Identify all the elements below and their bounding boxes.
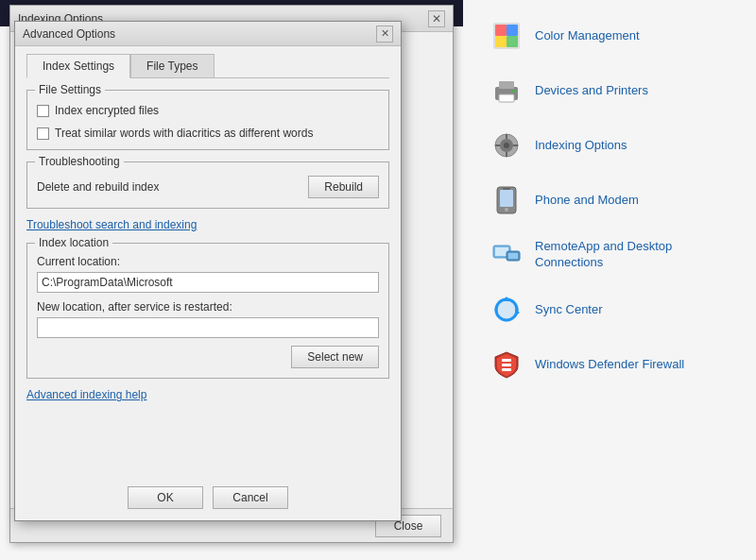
svg-rect-7 xyxy=(499,94,514,102)
svg-rect-25 xyxy=(502,368,511,371)
advanced-content: Index Settings File Types File Settings … xyxy=(15,46,401,520)
panel-label-remoteapp: RemoteApp and Desktop Connections xyxy=(535,239,739,271)
advanced-title: Advanced Options xyxy=(23,27,115,41)
svg-rect-13 xyxy=(500,190,513,207)
advanced-indexing-link[interactable]: Advanced indexing help xyxy=(26,388,389,401)
troubleshoot-link[interactable]: Troubleshoot search and indexing xyxy=(26,218,389,231)
svg-rect-4 xyxy=(507,36,518,47)
indexing-close-button[interactable]: ✕ xyxy=(428,10,445,27)
checkbox-diacritics-label: Treat similar words with diacritics as d… xyxy=(55,127,313,140)
panel-item-color-management[interactable]: Color Management xyxy=(482,9,747,62)
checkbox-diacritics: Treat similar words with diacritics as d… xyxy=(37,127,379,140)
new-location-input[interactable] xyxy=(37,317,379,338)
advanced-titlebar: Advanced Options ✕ xyxy=(15,22,401,46)
panel-item-windows-defender[interactable]: Windows Defender Firewall xyxy=(482,338,747,391)
svg-rect-2 xyxy=(507,25,518,36)
index-location-legend: Index location xyxy=(35,236,112,249)
current-location-label: Current location: xyxy=(37,255,379,268)
tab-index-settings[interactable]: Index Settings xyxy=(26,54,130,78)
new-location-label: New location, after service is restarted… xyxy=(37,300,379,314)
right-panel: Color Management Devices and Printers In… xyxy=(463,0,756,560)
tabs-row: Index Settings File Types xyxy=(26,54,389,78)
panel-label-phone-modem: Phone and Modem xyxy=(535,193,639,209)
trouble-row: Delete and rebuild index Rebuild xyxy=(37,176,379,198)
panel-label-color-management: Color Management xyxy=(535,28,640,44)
troubleshooting-section: Troubleshooting Delete and rebuild index… xyxy=(26,161,389,209)
file-settings-section: File Settings Index encrypted files Trea… xyxy=(26,90,389,150)
panel-label-sync-center: Sync Center xyxy=(535,302,603,318)
index-location-section: Index location Current location: New loc… xyxy=(26,243,389,379)
svg-rect-3 xyxy=(495,36,507,47)
checkbox-encrypted-label: Index encrypted files xyxy=(55,104,159,117)
troubleshooting-legend: Troubleshooting xyxy=(35,155,124,168)
phone-icon xyxy=(490,183,524,217)
svg-rect-24 xyxy=(502,364,511,366)
defender-icon xyxy=(490,348,524,382)
ok-button[interactable]: OK xyxy=(128,486,203,509)
svg-point-14 xyxy=(505,208,508,212)
cancel-button[interactable]: Cancel xyxy=(213,486,288,509)
panel-item-indexing-options[interactable]: Indexing Options xyxy=(482,119,747,172)
indexing-icon xyxy=(490,128,524,162)
advanced-dialog: Advanced Options ✕ Index Settings File T… xyxy=(14,21,402,521)
current-location-input[interactable] xyxy=(37,272,379,293)
printer-icon xyxy=(490,74,524,108)
panel-item-sync-center[interactable]: Sync Center xyxy=(482,283,747,336)
advanced-close-button[interactable]: ✕ xyxy=(376,25,393,42)
svg-rect-1 xyxy=(495,25,507,36)
rebuild-button[interactable]: Rebuild xyxy=(308,176,379,198)
svg-rect-8 xyxy=(512,90,516,93)
panel-item-remoteapp[interactable]: RemoteApp and Desktop Connections xyxy=(482,229,747,281)
checkbox-diacritics-input[interactable] xyxy=(37,127,49,140)
svg-rect-19 xyxy=(508,253,518,259)
bottom-buttons: OK Cancel xyxy=(26,475,389,509)
trouble-label: Delete and rebuild index xyxy=(37,180,159,194)
color-management-icon xyxy=(490,19,524,53)
panel-label-indexing-options: Indexing Options xyxy=(535,138,627,154)
checkbox-encrypted-files: Index encrypted files xyxy=(37,104,379,117)
svg-rect-23 xyxy=(502,359,511,362)
panel-item-devices-printers[interactable]: Devices and Printers xyxy=(482,64,747,117)
panel-label-devices-printers: Devices and Printers xyxy=(535,83,648,99)
panel-item-phone-modem[interactable]: Phone and Modem xyxy=(482,174,747,227)
remote-icon xyxy=(490,238,524,272)
panel-label-windows-defender: Windows Defender Firewall xyxy=(535,357,684,373)
svg-rect-15 xyxy=(503,188,510,190)
file-settings-legend: File Settings xyxy=(35,83,105,96)
select-new-button[interactable]: Select new xyxy=(291,346,379,368)
tab-file-types[interactable]: File Types xyxy=(130,54,214,78)
svg-rect-6 xyxy=(499,81,514,89)
svg-point-11 xyxy=(504,143,509,148)
checkbox-encrypted-input[interactable] xyxy=(37,105,49,117)
sync-icon xyxy=(490,293,524,327)
